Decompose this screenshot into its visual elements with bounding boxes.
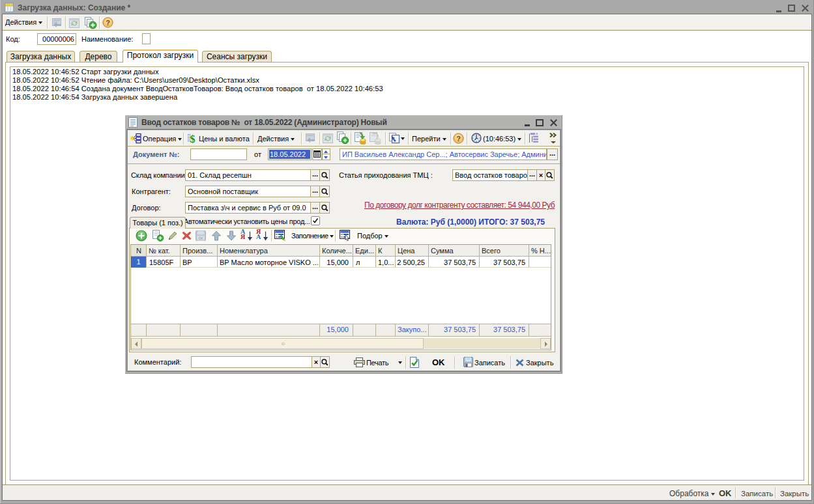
svg-text:?: ? — [456, 135, 461, 143]
svg-text:?: ? — [106, 19, 110, 27]
svg-text:$: $ — [190, 133, 196, 145]
svg-text:ОК: ОК — [199, 236, 203, 240]
